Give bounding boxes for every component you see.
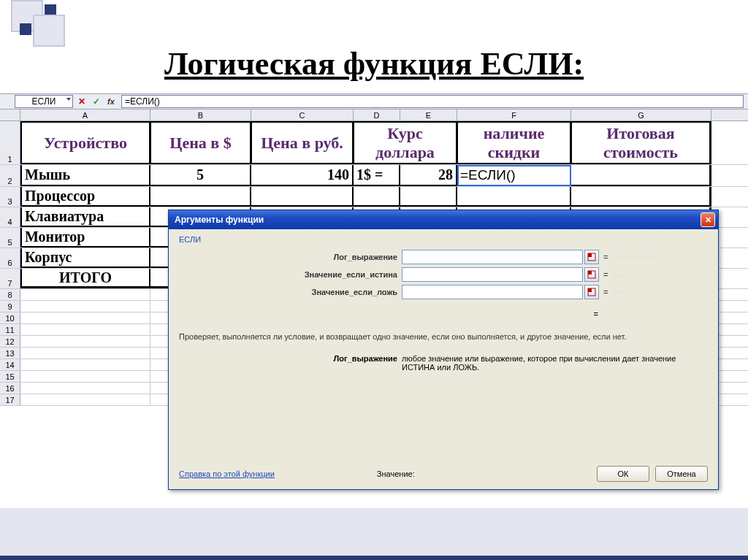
select-all-corner[interactable] (0, 110, 20, 120)
active-cell[interactable]: =ЕСЛИ() (457, 165, 571, 186)
cell[interactable] (150, 187, 251, 207)
col-header-E[interactable]: E (400, 110, 457, 120)
col-header-G[interactable]: G (571, 110, 711, 120)
row-number[interactable]: 15 (0, 371, 20, 382)
header-cell[interactable]: Устройство (20, 121, 150, 164)
arg-label: Значение_если_истина (179, 270, 402, 279)
argument-description: Лог_выражение любое значение или выражен… (179, 354, 708, 372)
cell[interactable] (354, 187, 400, 207)
slide-title: Логическая функция ЕСЛИ: (0, 45, 748, 83)
row-number[interactable]: 8 (0, 289, 20, 300)
arg-input[interactable] (402, 250, 583, 264)
header-cell[interactable]: Цена в $ (150, 121, 251, 164)
cell[interactable]: 28 (400, 165, 457, 186)
row-number[interactable]: 5 (0, 228, 20, 248)
cell[interactable]: ИТОГО (20, 269, 150, 288)
col-header-A[interactable]: A (20, 110, 150, 120)
column-headers: A B C D E F G (0, 110, 748, 121)
formula-bar: ЕСЛИ ✕ ✓ fx =ЕСЛИ() (0, 93, 748, 110)
row-number[interactable]: 9 (0, 301, 20, 312)
table-row: 2 Мышь 5 140 1$ = 28 =ЕСЛИ() (0, 165, 748, 187)
cell[interactable]: Клавиатура (20, 207, 150, 227)
table-row: 3 Процессор (0, 187, 748, 207)
row-number[interactable]: 12 (0, 336, 20, 347)
arg-desc-name: Лог_выражение (179, 354, 402, 372)
col-header-B[interactable]: B (150, 110, 251, 120)
equals-sign: = (603, 253, 608, 261)
enter-icon[interactable]: ✓ (91, 96, 102, 107)
name-box-text: ЕСЛИ (32, 96, 56, 107)
row-number[interactable]: 6 (0, 248, 20, 268)
col-header-D[interactable]: D (354, 110, 400, 120)
name-box[interactable]: ЕСЛИ (15, 95, 73, 108)
col-header-C[interactable]: C (251, 110, 354, 120)
arg-input[interactable] (402, 267, 583, 282)
table-row: 1 Устройство Цена в $ Цена в руб. Курс д… (0, 121, 748, 165)
close-icon[interactable]: ✕ (701, 212, 715, 227)
arg-hint: любое (612, 288, 636, 296)
row-number[interactable]: 14 (0, 359, 20, 370)
header-cell[interactable]: Курс доллара (354, 121, 457, 164)
cell[interactable]: 5 (150, 165, 251, 186)
cell[interactable] (571, 187, 711, 207)
value-label: Значение: (377, 469, 415, 478)
cell[interactable]: 140 (251, 165, 354, 186)
row-number[interactable]: 10 (0, 312, 20, 323)
dialog-titlebar[interactable]: Аргументы функции ✕ (169, 210, 718, 229)
arg-label: Лог_выражение (179, 253, 402, 261)
header-cell[interactable]: наличие скидки (457, 121, 571, 164)
arg-desc-text: любое значение или выражение, которое пр… (402, 354, 708, 372)
cell[interactable] (20, 336, 150, 347)
row-number[interactable]: 1 (0, 121, 20, 164)
row-number[interactable]: 4 (0, 207, 20, 227)
row-number[interactable]: 16 (0, 383, 20, 394)
dialog-footer: Справка по этой функции Значение: ОК Отм… (179, 466, 708, 482)
equals-sign: = (603, 270, 608, 279)
result-equals: = (179, 310, 708, 318)
fx-icon[interactable]: fx (105, 96, 117, 107)
arg-input[interactable] (402, 285, 583, 299)
cell[interactable] (20, 383, 150, 394)
range-select-icon[interactable] (584, 285, 599, 299)
cell[interactable]: 1$ = (354, 165, 400, 186)
cell[interactable]: Процессор (20, 187, 150, 207)
cell[interactable] (20, 324, 150, 335)
row-number[interactable]: 3 (0, 187, 20, 207)
cell[interactable] (20, 289, 150, 300)
cell[interactable]: Корпус (20, 248, 150, 268)
arg-row: Значение_если_ложь = любое (179, 285, 708, 299)
cell[interactable]: Монитор (20, 228, 150, 248)
cell[interactable] (20, 371, 150, 382)
ok-button[interactable]: ОК (597, 466, 649, 482)
help-link[interactable]: Справка по этой функции (179, 469, 275, 478)
cell[interactable] (20, 359, 150, 370)
formula-input[interactable]: =ЕСЛИ() (121, 95, 744, 108)
header-cell[interactable]: Цена в руб. (251, 121, 354, 164)
function-description: Проверяет, выполняется ли условие, и воз… (179, 331, 708, 342)
cell[interactable] (457, 187, 571, 207)
cancel-icon[interactable]: ✕ (76, 96, 88, 107)
arg-hint: логическое (612, 253, 654, 261)
row-number[interactable]: 2 (0, 165, 20, 186)
cell[interactable] (400, 187, 457, 207)
cell[interactable] (20, 312, 150, 323)
cancel-button[interactable]: Отмена (655, 466, 708, 482)
range-select-icon[interactable] (584, 267, 599, 282)
col-header-F[interactable]: F (457, 110, 571, 120)
row-number[interactable]: 11 (0, 324, 20, 335)
row-number[interactable]: 17 (0, 394, 20, 405)
row-number[interactable]: 13 (0, 348, 20, 358)
header-cell[interactable]: Итоговая стоимость (571, 121, 711, 164)
equals-sign: = (603, 288, 608, 296)
range-select-icon[interactable] (584, 250, 599, 264)
svg-rect-5 (588, 288, 592, 292)
cell[interactable] (20, 348, 150, 358)
cell[interactable]: Мышь (20, 165, 150, 186)
cell[interactable] (251, 187, 354, 207)
cell[interactable] (20, 301, 150, 312)
arg-row: Лог_выражение = логическое (179, 250, 708, 264)
cell[interactable] (20, 394, 150, 405)
cell[interactable] (571, 165, 711, 186)
arg-hint: любое (612, 270, 636, 279)
row-number[interactable]: 7 (0, 269, 20, 288)
